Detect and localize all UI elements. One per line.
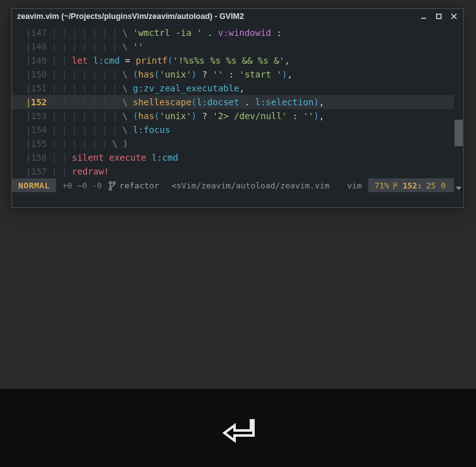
svg-marker-4 bbox=[456, 187, 461, 190]
filetype: vim bbox=[340, 178, 368, 192]
maximize-button[interactable] bbox=[434, 12, 443, 21]
gutter: 157 bbox=[12, 164, 52, 178]
gutter: 153 bbox=[12, 109, 52, 123]
gvim-window: zeavim.vim (~/Projects/pluginsVim/zeavim… bbox=[11, 8, 464, 208]
code-content: \ ) bbox=[112, 137, 463, 151]
indent-guides: |||||| bbox=[52, 137, 112, 151]
git-mods-text: +0 ~0 -0 bbox=[62, 181, 102, 190]
gutter: 152 bbox=[12, 95, 52, 109]
titlebar[interactable]: zeavim.vim (~/Projects/pluginsVim/zeavim… bbox=[12, 9, 463, 24]
gutter: 147 bbox=[12, 26, 52, 40]
gutter: 155 bbox=[12, 137, 52, 151]
code-content: \ g:zv_zeal_executable, bbox=[122, 81, 463, 95]
code-content: \ (has('unix') ? '2> /dev/null' : ''), bbox=[122, 109, 463, 123]
line-number-gutter: 147 bbox=[31, 26, 47, 40]
code-line[interactable]: 152¦¦¦¦¦¦¦\ shellescape(l:docset . l:sel… bbox=[12, 95, 463, 109]
scrollbar-thumb[interactable] bbox=[455, 120, 463, 146]
code-content: let l:cmd = printf('!%s%s %s %s && %s &'… bbox=[72, 54, 463, 67]
svg-rect-1 bbox=[437, 14, 441, 19]
gutter: 151 bbox=[12, 81, 52, 95]
code-content: silent execute l:cmd bbox=[72, 151, 463, 164]
scrollbar-down-arrow[interactable] bbox=[454, 183, 463, 193]
svg-point-7 bbox=[109, 188, 112, 190]
code-line[interactable]: 148|||||||\ '' bbox=[12, 40, 463, 54]
branch-icon bbox=[108, 181, 116, 190]
indent-guides: ||||||| bbox=[52, 26, 122, 40]
minimize-button[interactable] bbox=[419, 12, 428, 21]
indent-guides: || bbox=[52, 164, 72, 178]
svg-point-6 bbox=[113, 182, 115, 184]
git-branch: refactor bbox=[108, 178, 167, 192]
code-line[interactable]: 154|||||||\ l:focus bbox=[12, 123, 463, 137]
line-number-gutter: 151 bbox=[31, 81, 47, 95]
code-line[interactable]: 153|||||||\ (has('unix') ? '2> /dev/null… bbox=[12, 109, 463, 123]
indent-guides: || bbox=[52, 151, 72, 164]
line-number-gutter: 152 bbox=[31, 95, 47, 109]
file-path: <sVim/zeavim/autoload/zeavim.vim bbox=[166, 178, 340, 192]
scrollbar-track[interactable] bbox=[454, 24, 463, 193]
git-mods: +0 ~0 -0 bbox=[56, 178, 108, 192]
indent-guides: || bbox=[52, 54, 72, 67]
indent-guides: ||||||| bbox=[52, 67, 122, 81]
code-line[interactable]: 156||silent execute l:cmd bbox=[12, 151, 463, 164]
indent-guides: ||||||| bbox=[52, 109, 122, 123]
code-content: \ 'wmctrl -ia ' . v:windowid : bbox=[122, 26, 463, 40]
line-number: 152: bbox=[402, 181, 422, 190]
line-number-gutter: 156 bbox=[31, 151, 47, 164]
return-arrow-icon bbox=[222, 418, 255, 443]
code-line[interactable]: 157||redraw! bbox=[12, 164, 463, 178]
position-indicator: 71% 152: 25 0 bbox=[368, 178, 452, 192]
line-number-gutter: 157 bbox=[31, 164, 47, 178]
branch-name: refactor bbox=[120, 181, 160, 190]
editor-area[interactable]: 147|||||||\ 'wmctrl -ia ' . v:windowid :… bbox=[12, 24, 463, 207]
code-content: \ (has('unix') ? '' : 'start '), bbox=[122, 67, 463, 81]
line-icon bbox=[393, 182, 398, 189]
percent: 71% bbox=[374, 181, 389, 190]
gutter: 148 bbox=[12, 40, 52, 54]
code-line[interactable]: 147|||||||\ 'wmctrl -ia ' . v:windowid : bbox=[12, 26, 463, 40]
code-content: \ l:focus bbox=[122, 123, 463, 137]
column-number: 25 0 bbox=[426, 181, 446, 190]
mode-indicator: NORMAL bbox=[12, 178, 56, 192]
line-number-gutter: 148 bbox=[31, 40, 47, 54]
indent-guides: ||||||| bbox=[52, 123, 122, 137]
editor-bottom-pad bbox=[12, 192, 463, 207]
window-title: zeavim.vim (~/Projects/pluginsVim/zeavim… bbox=[17, 12, 244, 21]
window-controls bbox=[419, 12, 458, 21]
gutter: 156 bbox=[12, 151, 52, 164]
code-line[interactable]: 151|||||||\ g:zv_zeal_executable, bbox=[12, 81, 463, 95]
code-line[interactable]: 150|||||||\ (has('unix') ? '' : 'start '… bbox=[12, 67, 463, 81]
code-content: \ '' bbox=[122, 40, 463, 54]
line-number-gutter: 149 bbox=[31, 54, 47, 67]
code-line[interactable]: 155||||||\ ) bbox=[12, 137, 463, 151]
indent-guides: ||||||| bbox=[52, 40, 122, 54]
line-number-gutter: 150 bbox=[31, 67, 47, 81]
gutter: 150 bbox=[12, 67, 52, 81]
statusline: NORMAL +0 ~0 -0 refactor <sVim/zeavim/au… bbox=[12, 178, 463, 192]
indent-guides: ¦¦¦¦¦¦¦ bbox=[52, 95, 122, 109]
line-number-gutter: 153 bbox=[31, 109, 47, 123]
svg-point-5 bbox=[109, 182, 112, 184]
indent-guides: ||||||| bbox=[52, 81, 122, 95]
gutter: 154 bbox=[12, 123, 52, 137]
gutter: 149 bbox=[12, 54, 52, 67]
code-content: \ shellescape(l:docset . l:selection), bbox=[122, 95, 463, 109]
line-number-gutter: 155 bbox=[31, 137, 47, 151]
code-line[interactable]: 149||let l:cmd = printf('!%s%s %s %s && … bbox=[12, 54, 463, 67]
code-content: redraw! bbox=[72, 164, 463, 178]
close-button[interactable] bbox=[450, 12, 458, 21]
line-number-gutter: 154 bbox=[31, 123, 47, 137]
